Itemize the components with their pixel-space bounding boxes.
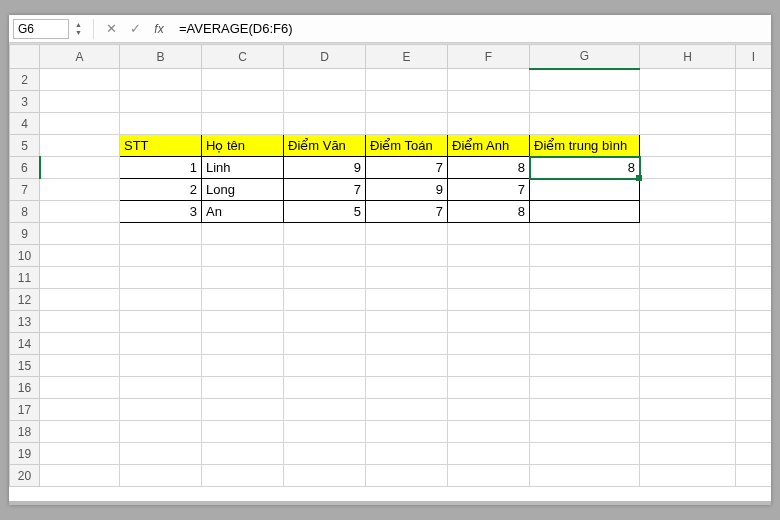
cell[interactable] [736,399,772,421]
cell[interactable]: 7 [284,179,366,201]
column-header[interactable]: H [640,45,736,69]
cell[interactable] [120,267,202,289]
cell[interactable] [530,201,640,223]
column-header[interactable]: C [202,45,284,69]
cell[interactable] [530,377,640,399]
cell[interactable]: 8 [448,201,530,223]
cell[interactable] [120,355,202,377]
cell[interactable] [120,91,202,113]
cell[interactable] [736,289,772,311]
cell[interactable] [202,333,284,355]
cell[interactable] [366,311,448,333]
cell[interactable] [736,311,772,333]
row-header[interactable]: 12 [10,289,40,311]
cell[interactable] [736,113,772,135]
cell[interactable] [530,465,640,487]
row-header[interactable]: 7 [10,179,40,201]
cell[interactable] [640,179,736,201]
cell[interactable] [366,421,448,443]
fx-button[interactable]: fx [150,22,168,36]
cell[interactable] [530,267,640,289]
cell[interactable] [736,135,772,157]
cell[interactable] [736,421,772,443]
cell[interactable] [366,223,448,245]
cell[interactable] [448,91,530,113]
column-header[interactable]: G [530,45,640,69]
cell[interactable] [448,69,530,91]
cell[interactable] [40,377,120,399]
cell[interactable] [448,399,530,421]
cell[interactable] [530,69,640,91]
cell[interactable] [40,289,120,311]
cell[interactable] [448,465,530,487]
row-header[interactable]: 19 [10,443,40,465]
cell[interactable] [448,289,530,311]
cell[interactable] [736,465,772,487]
cell[interactable] [640,157,736,179]
cell[interactable] [640,311,736,333]
row-header[interactable]: 10 [10,245,40,267]
cell[interactable] [284,289,366,311]
cell[interactable] [736,69,772,91]
spreadsheet-grid[interactable]: A B C D E F G H I 2345STTHọ tênĐiểm VănĐ… [9,43,771,505]
cell[interactable] [448,421,530,443]
cell[interactable] [120,377,202,399]
cell[interactable] [284,443,366,465]
cell[interactable] [736,443,772,465]
cell[interactable] [284,465,366,487]
cell[interactable] [366,91,448,113]
cell[interactable] [530,179,640,201]
column-header[interactable]: B [120,45,202,69]
cell[interactable]: 7 [448,179,530,201]
cell[interactable] [284,421,366,443]
column-header[interactable]: I [736,45,772,69]
cell[interactable]: 2 [120,179,202,201]
cell[interactable] [736,201,772,223]
cell[interactable] [640,421,736,443]
cell[interactable] [120,113,202,135]
row-header[interactable]: 17 [10,399,40,421]
cell[interactable] [448,355,530,377]
cell[interactable] [120,289,202,311]
cell[interactable] [284,223,366,245]
column-header[interactable]: E [366,45,448,69]
cell[interactable] [284,113,366,135]
cell[interactable] [366,245,448,267]
cell[interactable] [120,223,202,245]
select-all-corner[interactable] [10,45,40,69]
row-header[interactable]: 3 [10,91,40,113]
cell[interactable] [202,91,284,113]
cell[interactable] [40,267,120,289]
cell[interactable] [448,443,530,465]
cell[interactable] [284,267,366,289]
cell[interactable] [530,223,640,245]
cell[interactable] [448,245,530,267]
cell[interactable] [202,399,284,421]
cell[interactable] [448,333,530,355]
cell[interactable] [202,311,284,333]
cell[interactable] [284,311,366,333]
cell[interactable] [40,135,120,157]
row-header[interactable]: 15 [10,355,40,377]
row-header[interactable]: 8 [10,201,40,223]
cell[interactable] [40,223,120,245]
row-header[interactable]: 5 [10,135,40,157]
confirm-formula-button[interactable]: ✓ [126,19,144,39]
cell[interactable] [366,465,448,487]
cell[interactable] [640,245,736,267]
cell[interactable]: 5 [284,201,366,223]
cell[interactable]: 8 [530,157,640,179]
cell[interactable]: 1 [120,157,202,179]
cell[interactable] [120,421,202,443]
cell[interactable] [284,69,366,91]
row-header[interactable]: 11 [10,267,40,289]
cell[interactable] [448,311,530,333]
name-box-stepper[interactable]: ▲ ▼ [75,19,85,39]
cell[interactable] [120,311,202,333]
cell[interactable]: An [202,201,284,223]
cell[interactable] [530,311,640,333]
cell[interactable] [120,465,202,487]
cell[interactable] [530,245,640,267]
cell[interactable] [640,465,736,487]
cell[interactable] [202,245,284,267]
